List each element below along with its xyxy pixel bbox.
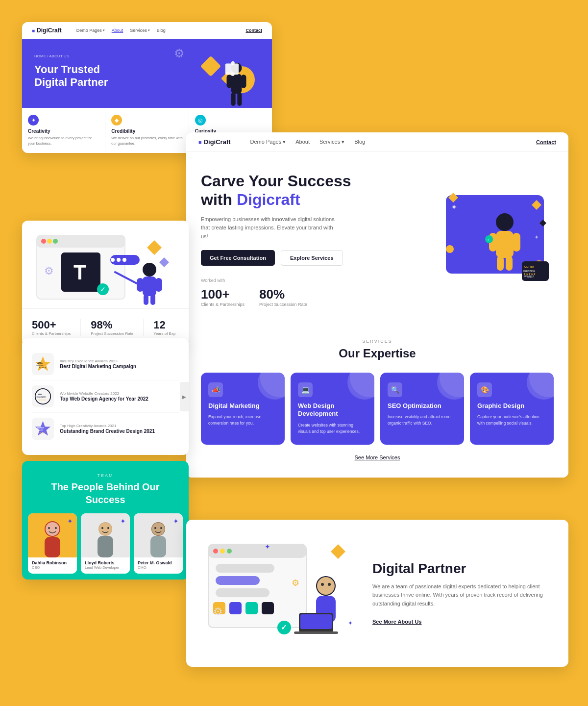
svg-text:BEST: BEST xyxy=(39,429,44,431)
svg-rect-89 xyxy=(229,602,242,614)
team-card: TEAM The People Behind Our Success ✦ Dah… xyxy=(22,461,189,580)
see-more-about-button[interactable]: See More About Us xyxy=(372,619,421,625)
award-row-3: HYPER BEST ★★★★★ Top High Creativity Awa… xyxy=(32,413,179,445)
svg-point-74 xyxy=(107,527,109,529)
svg-marker-45 xyxy=(159,257,169,267)
nav-demo-pages[interactable]: Demo Pages ▾ xyxy=(76,28,105,33)
gear-icon: ⚙ xyxy=(174,47,185,60)
svg-rect-7 xyxy=(231,61,235,65)
stat-divider-2 xyxy=(143,319,144,336)
stat-500-label: Clients & Partnerships xyxy=(32,331,71,336)
main-logo-text: DigiCraft xyxy=(204,138,231,146)
svg-text:⚙: ⚙ xyxy=(44,265,54,277)
award-title-3: Outstanding Brand Creative Design 2021 xyxy=(60,428,179,434)
svg-rect-47 xyxy=(143,277,156,296)
svg-marker-44 xyxy=(147,240,162,255)
member-name-1: Dahlia Robinson xyxy=(32,560,73,565)
awards-scroll-arrow[interactable]: ▶ xyxy=(180,382,189,411)
hero-content: Carve Your Success with Digicraft Empowe… xyxy=(201,172,407,307)
service-web-design: 💻 Web Design Development Create websites… xyxy=(291,373,374,445)
team-member-1: ✦ Dahlia Robinson CEO xyxy=(28,513,77,574)
svg-point-68 xyxy=(48,527,50,529)
svg-point-38 xyxy=(111,258,115,262)
credibility-desc: We deliver on our promises, every time w… xyxy=(111,136,182,146)
hero-title: Your Trusted Digital Partner xyxy=(34,63,132,89)
digital-desc: We are a team of passionate digital expe… xyxy=(372,582,554,608)
svg-point-97 xyxy=(321,583,324,586)
award-badge-ww: WW STANDARD ★★★★ xyxy=(32,385,54,407)
member-info-1: Dahlia Robinson CEO xyxy=(28,557,77,574)
svg-rect-91 xyxy=(262,602,274,614)
svg-text:WW: WW xyxy=(38,393,42,396)
main-nav-blog[interactable]: Blog xyxy=(354,139,365,145)
svg-rect-51 xyxy=(150,294,155,305)
web-design-name: Web Design Development xyxy=(298,402,367,419)
digital-marketing-desc: Expand your reach, increase conversion r… xyxy=(208,414,277,427)
nav-services[interactable]: Services ▾ xyxy=(130,28,150,33)
svg-text:ULTRA: ULTRA xyxy=(524,265,535,268)
award-event-2: Worldwide Website Creators 2022 xyxy=(60,391,179,396)
person-illustration xyxy=(223,61,250,108)
svg-text:★★★★★: ★★★★★ xyxy=(39,367,46,369)
svg-point-96 xyxy=(317,577,335,595)
svg-rect-20 xyxy=(506,256,513,271)
svg-rect-3 xyxy=(241,75,246,88)
see-more-services[interactable]: See More Services xyxy=(201,454,554,460)
team-member-3: ✦ Peter M. Oswald CMO xyxy=(134,513,183,574)
hero-stats: 100+ Clients & Partnerships 80% Project … xyxy=(201,287,407,307)
svg-text:PRESTIGE: PRESTIGE xyxy=(36,365,44,367)
about-nav-links: Demo Pages ▾ About Services ▾ Blog xyxy=(76,28,236,33)
stat-98-label: Project Succession Rate xyxy=(91,331,133,336)
team-member-2: ✦ Lloyd Roberts Lead Web Developer xyxy=(81,513,130,574)
award-info-3: Top High Creativity Awards 2021 Outstand… xyxy=(60,424,179,434)
svg-point-79 xyxy=(160,527,162,529)
services-tag: SERVICES xyxy=(201,339,554,344)
svg-text:★★★★: ★★★★ xyxy=(38,399,46,401)
main-nav-about[interactable]: About xyxy=(295,139,310,145)
member-role-1: CEO xyxy=(32,565,73,570)
stats-illustration-panel: T ⚙ ✓ xyxy=(22,221,189,309)
ultra-prestige-badge: ULTRA PRESTIGE ★★★★★ xyxy=(34,355,51,373)
svg-point-77 xyxy=(152,523,165,535)
seo-name: SEO Optimization xyxy=(388,402,457,410)
hero-buttons: Get Free Consultation Explore Services xyxy=(201,250,407,266)
hero-heading-line2: with xyxy=(201,191,237,208)
svg-rect-48 xyxy=(137,278,144,292)
hero-svg: ↕ ✦ ✦ ULTRA PRESTIGE WINNER ★★★★★ xyxy=(416,185,554,293)
svg-point-78 xyxy=(154,527,156,529)
awards-panel: ULTRA PRESTIGE ★★★★★ Industry Excellence… xyxy=(22,338,189,455)
curiosity-icon: ◎ xyxy=(195,115,206,126)
main-nav-services[interactable]: Services ▾ xyxy=(319,139,344,145)
stat-500: 500+ Clients & Partnerships xyxy=(32,319,71,336)
award-row-1: ULTRA PRESTIGE ★★★★★ Industry Excellence… xyxy=(32,348,179,380)
award-event-3: Top High Creativity Awards 2021 xyxy=(60,424,179,428)
hero-decorations: ⚙ xyxy=(164,44,262,108)
digital-content: Digital Partner We are a team of passion… xyxy=(372,561,554,626)
svg-rect-87 xyxy=(216,588,270,597)
svg-text:HYPER: HYPER xyxy=(37,427,44,429)
nav-contact[interactable]: Contact xyxy=(246,28,263,33)
award-title-1: Best Digital Marketing Campaign xyxy=(60,363,179,370)
explore-services-button[interactable]: Explore Services xyxy=(281,250,343,266)
graphic-design-icon: 🎨 xyxy=(477,382,492,397)
get-consultation-button[interactable]: Get Free Consultation xyxy=(201,250,275,266)
svg-rect-1 xyxy=(231,74,242,94)
stat-12: 12 Years of Exp xyxy=(153,319,175,336)
svg-rect-8 xyxy=(231,73,235,76)
team-tag: TEAM xyxy=(32,473,179,478)
feature-creativity: ✦ Creativity We bring innovation to ever… xyxy=(22,108,105,153)
svg-point-69 xyxy=(55,527,57,529)
svg-point-39 xyxy=(117,258,121,262)
digital-partner-svg: ⚙ ⚙ ✓ ✦ ✦ xyxy=(201,537,358,650)
svg-rect-90 xyxy=(245,602,258,614)
logo-text: DigiCraft xyxy=(37,27,62,34)
nav-blog[interactable]: Blog xyxy=(157,28,166,33)
main-nav-links: Demo Pages ▾ About Services ▾ Blog xyxy=(250,139,524,145)
svg-point-33 xyxy=(47,239,52,244)
hero-highlight: Digicraft xyxy=(237,191,300,208)
nav-about[interactable]: About xyxy=(112,28,123,33)
service-seo: 🔍 SEO Optimization Increase visibility a… xyxy=(380,373,464,445)
main-nav-demo[interactable]: Demo Pages ▾ xyxy=(250,139,286,145)
svg-point-84 xyxy=(227,549,232,554)
main-nav-contact[interactable]: Contact xyxy=(536,139,556,145)
